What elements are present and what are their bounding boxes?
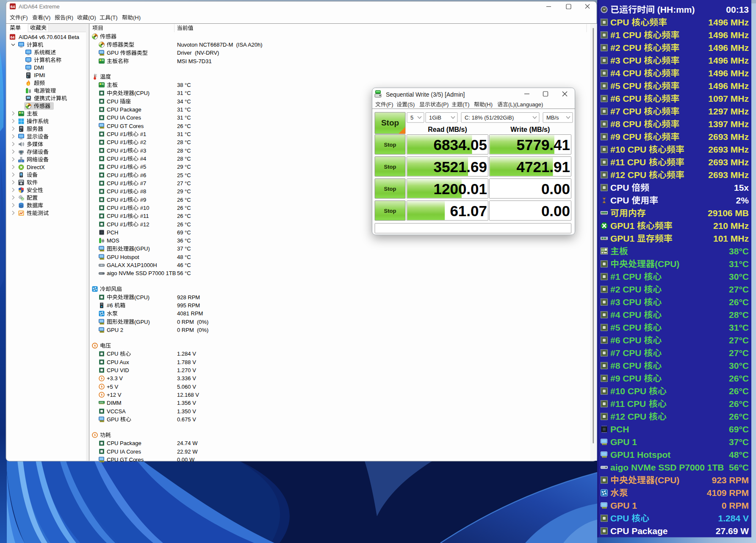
svg-text:29 °C: 29 °C <box>177 188 191 195</box>
svg-text:1.284 V: 1.284 V <box>718 513 749 523</box>
svg-text:CPU Package: CPU Package <box>107 106 141 113</box>
svg-text:22.92 W: 22.92 W <box>177 448 198 455</box>
svg-text:210 MHz: 210 MHz <box>713 221 749 231</box>
svg-text:1GiB: 1GiB <box>429 114 441 121</box>
svg-text:#4 CPU: #4 CPU <box>610 68 644 78</box>
svg-text:+12 V: +12 V <box>107 392 122 398</box>
svg-text:2%: 2% <box>736 195 749 205</box>
svg-text:CPU #1/: CPU #1/ <box>107 221 128 228</box>
svg-text:4081 RPM: 4081 RPM <box>177 310 203 317</box>
svg-text:GALAX XA1P1000H: GALAX XA1P1000H <box>107 262 157 268</box>
svg-text:0 RPM (0%): 0 RPM (0%) <box>177 327 208 333</box>
svg-text:(CPU): (CPU) <box>655 475 679 485</box>
svg-text:0 RPM: 0 RPM <box>722 501 749 510</box>
svg-text:+5 V: +5 V <box>107 384 118 390</box>
svg-text:DMI: DMI <box>34 64 44 71</box>
svg-text:(GPU): (GPU) <box>134 319 150 325</box>
svg-text:(V): (V) <box>43 14 50 21</box>
svg-text:26°C: 26°C <box>729 412 749 421</box>
svg-text:3.336 V: 3.336 V <box>177 375 196 381</box>
svg-text:CPU: CPU <box>107 98 120 105</box>
svg-text:C: 18% (51/292GiB): C: 18% (51/292GiB) <box>465 114 514 121</box>
svg-text:#11: #11 <box>138 213 149 219</box>
svg-text:27°C: 27°C <box>729 284 749 294</box>
svg-text:CPU GT Cores: CPU GT Cores <box>107 123 144 129</box>
svg-text:CPU #1/: CPU #1/ <box>107 197 128 203</box>
svg-text:#10 CPU: #10 CPU <box>610 145 649 154</box>
svg-text:923 RPM: 923 RPM <box>712 475 749 485</box>
svg-text:#12 CPU: #12 CPU <box>610 170 649 180</box>
svg-text:56 °C: 56 °C <box>177 270 191 276</box>
svg-text:69°C: 69°C <box>729 424 749 434</box>
svg-text:0.00: 0.00 <box>541 203 570 219</box>
svg-text:6834.05: 6834.05 <box>434 136 487 153</box>
svg-text:38°C: 38°C <box>729 246 749 256</box>
svg-text:36 °C: 36 °C <box>177 237 191 244</box>
svg-text:aigo NVMe SSD P7000 1TB: aigo NVMe SSD P7000 1TB <box>610 462 724 472</box>
svg-text:(F): (F) <box>386 101 393 108</box>
svg-text:#5: #5 <box>138 164 146 170</box>
svg-text:MOS: MOS <box>107 237 119 244</box>
svg-text:(CPU): (CPU) <box>134 90 150 96</box>
svg-text:26 °C: 26 °C <box>177 123 191 129</box>
svg-text:#8 CPU: #8 CPU <box>610 361 644 370</box>
svg-text:31 °C: 31 °C <box>177 90 191 96</box>
svg-text:AIDA64 Extreme: AIDA64 Extreme <box>19 3 60 10</box>
svg-text:DirectX: DirectX <box>27 164 45 170</box>
svg-text:64: 64 <box>11 35 15 39</box>
svg-text:2693 MHz: 2693 MHz <box>708 170 749 180</box>
svg-text:4721.91: 4721.91 <box>517 159 570 175</box>
svg-text:#12: #12 <box>138 221 149 228</box>
svg-text:(H): (H) <box>485 101 493 108</box>
svg-text:1.788 V: 1.788 V <box>177 359 196 365</box>
svg-text:#6: #6 <box>107 302 114 309</box>
svg-text:1.284 V: 1.284 V <box>177 351 196 357</box>
svg-text:12.168 V: 12.168 V <box>177 392 199 398</box>
svg-text:#1 CPU: #1 CPU <box>610 30 644 40</box>
svg-text:34 °C: 34 °C <box>177 98 191 105</box>
svg-text:CPU #1/: CPU #1/ <box>107 156 128 162</box>
svg-text:#7 CPU: #7 CPU <box>610 348 644 358</box>
svg-text:#6 CPU: #6 CPU <box>610 94 644 103</box>
svg-text:0.00 W: 0.00 W <box>177 457 195 463</box>
svg-text:24.74 W: 24.74 W <box>177 440 198 446</box>
svg-text:1097 MHz: 1097 MHz <box>708 94 749 103</box>
svg-text:26 °C: 26 °C <box>177 221 191 228</box>
svg-text:CPU #1/: CPU #1/ <box>107 213 128 219</box>
svg-text:#2: #2 <box>138 139 146 145</box>
svg-text:(R): (R) <box>66 14 73 21</box>
svg-text:CPU IA Cores: CPU IA Cores <box>107 448 141 455</box>
svg-text:#10: #10 <box>138 205 149 211</box>
svg-text:#4: #4 <box>138 156 146 162</box>
svg-text:1496 MHz: 1496 MHz <box>708 81 749 91</box>
svg-text:56°C: 56°C <box>729 462 749 472</box>
svg-text:DIMM: DIMM <box>107 400 122 406</box>
svg-text:29 °C: 29 °C <box>177 164 191 170</box>
svg-text:PCH: PCH <box>107 229 118 236</box>
svg-text:#2 CPU: #2 CPU <box>610 43 644 53</box>
svg-text:28°C: 28°C <box>729 310 749 320</box>
svg-text:1496 MHz: 1496 MHz <box>708 68 749 78</box>
svg-text:#10 CPU: #10 CPU <box>610 386 649 396</box>
svg-text:27°C: 27°C <box>729 335 749 345</box>
svg-text:#7 CPU: #7 CPU <box>610 106 644 116</box>
svg-text:#8 CPU: #8 CPU <box>610 119 644 129</box>
svg-text:CPU IA Cores: CPU IA Cores <box>107 114 141 121</box>
svg-text:#4 CPU: #4 CPU <box>610 310 644 320</box>
svg-text:Read (MB/s): Read (MB/s) <box>428 126 467 133</box>
svg-text:GPU1: GPU1 <box>610 234 637 243</box>
svg-text:GPU 2: GPU 2 <box>107 327 123 333</box>
svg-text:CPU: CPU <box>610 183 631 192</box>
svg-text:(CPU): (CPU) <box>655 259 679 269</box>
svg-text:101 MHz: 101 MHz <box>713 234 749 243</box>
svg-text:26 °C: 26 °C <box>177 197 191 203</box>
svg-text:28 °C: 28 °C <box>177 139 191 145</box>
svg-text:#5 CPU: #5 CPU <box>610 81 644 91</box>
svg-text:CPU: CPU <box>610 17 631 27</box>
svg-text:#9 CPU: #9 CPU <box>610 373 644 383</box>
svg-text:25 °C: 25 °C <box>177 172 191 178</box>
svg-text:Nuvoton NCT6687D-M (ISA A20h): Nuvoton NCT6687D-M (ISA A20h) <box>177 42 263 48</box>
svg-text:Write (MB/s): Write (MB/s) <box>510 126 550 133</box>
svg-text:(CPU): (CPU) <box>134 294 150 301</box>
svg-text:928 RPM: 928 RPM <box>177 294 200 301</box>
